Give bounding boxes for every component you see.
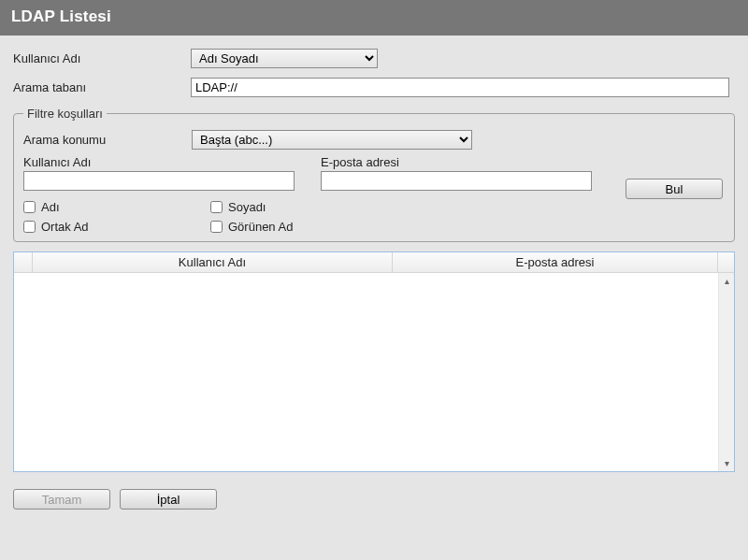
label-username: Kullanıcı Adı: [13, 51, 191, 65]
checkbox-ad-label: Adı: [41, 200, 60, 214]
results-body[interactable]: ▴ ▾: [14, 273, 734, 471]
checkbox-soyad[interactable]: Soyadı: [210, 200, 397, 214]
checkbox-gorunen-ad-label: Görünen Ad: [228, 220, 293, 234]
checkbox-ortak-ad-label: Ortak Ad: [41, 220, 89, 234]
checkbox-row-1: Adı Soyadı: [23, 200, 725, 214]
results-header-corner: [14, 252, 33, 272]
filter-fieldset: Filtre koşulları Arama konumu Başta (abc…: [13, 107, 735, 242]
scroll-down-icon[interactable]: ▾: [719, 455, 734, 471]
results-header-email[interactable]: E-posta adresi: [393, 252, 718, 272]
label-filter-username: Kullanıcı Adı: [23, 155, 295, 169]
results-header-username[interactable]: Kullanıcı Adı: [33, 252, 393, 272]
checkbox-row-2: Ortak Ad Görünen Ad: [23, 220, 725, 234]
checkbox-ad[interactable]: Adı: [23, 200, 210, 214]
checkbox-gorunen-ad-input[interactable]: [210, 221, 223, 233]
window-title: LDAP Listesi: [0, 0, 748, 36]
label-searchbase: Arama tabanı: [13, 80, 191, 94]
results-list: Kullanıcı Adı E-posta adresi ▴ ▾: [13, 251, 735, 472]
col-filter-username: Kullanıcı Adı: [23, 155, 295, 191]
checkbox-ad-input[interactable]: [23, 201, 36, 213]
ldap-list-dialog: LDAP Listesi Kullanıcı Adı Adı Soyadı Ar…: [0, 0, 748, 560]
filter-email-input[interactable]: [321, 171, 592, 191]
main-form: Kullanıcı Adı Adı Soyadı Arama tabanı Fi…: [0, 36, 748, 248]
search-location-select[interactable]: Başta (abc...): [192, 130, 472, 150]
checkbox-soyad-label: Soyadı: [228, 200, 266, 214]
checkbox-ortak-ad-input[interactable]: [23, 221, 36, 233]
results-header: Kullanıcı Adı E-posta adresi: [14, 252, 734, 273]
checkbox-ortak-ad[interactable]: Ortak Ad: [23, 220, 210, 234]
ok-button: Tamam: [13, 489, 110, 510]
checkbox-soyad-input[interactable]: [210, 201, 223, 213]
vertical-scrollbar[interactable]: ▴ ▾: [718, 273, 734, 471]
row-username: Kullanıcı Adı Adı Soyadı: [13, 49, 735, 68]
filter-columns: Kullanıcı Adı E-posta adresi: [23, 155, 725, 191]
col-filter-email: E-posta adresi: [321, 155, 592, 191]
row-searchbase: Arama tabanı: [13, 78, 735, 97]
cancel-button[interactable]: İptal: [120, 489, 217, 510]
results-header-scrollcap: [718, 252, 734, 272]
filter-legend: Filtre koşulları: [23, 107, 107, 121]
filter-username-input[interactable]: [23, 171, 295, 191]
scroll-up-icon[interactable]: ▴: [719, 273, 734, 289]
checkbox-gorunen-ad[interactable]: Görünen Ad: [210, 220, 397, 234]
label-filter-email: E-posta adresi: [321, 155, 592, 169]
label-search-location: Arama konumu: [23, 133, 192, 147]
find-button[interactable]: Bul: [626, 179, 723, 199]
username-select[interactable]: Adı Soyadı: [191, 49, 378, 68]
dialog-footer: Tamam İptal: [0, 472, 748, 523]
row-search-location: Arama konumu Başta (abc...): [23, 130, 725, 150]
searchbase-input[interactable]: [191, 78, 729, 97]
